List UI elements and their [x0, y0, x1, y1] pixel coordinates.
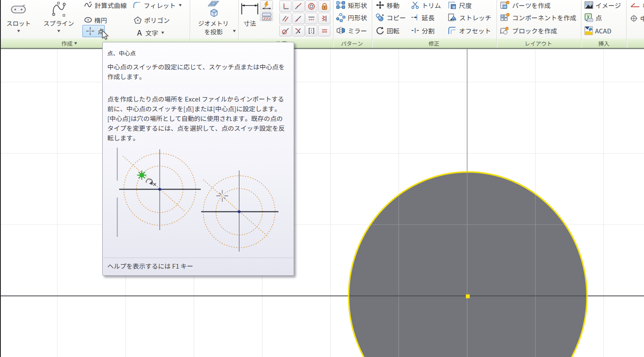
copy-icon — [375, 13, 385, 22]
tooltip-paragraph: 中心点のスイッチの設定に応じて、スケッチ点または中心点を作成します。 — [107, 62, 287, 81]
make-components-icon — [500, 13, 510, 22]
ribbon-button-make-part[interactable]: パーツを作成 — [500, 0, 551, 10]
dropdown-arrow-icon: ▼ — [179, 3, 182, 7]
sketch-drawing — [0, 49, 644, 357]
ribbon-button-mirror[interactable]: ミラー — [336, 26, 367, 35]
centerline-icon — [630, 14, 638, 22]
circular-pattern-icon — [336, 13, 346, 22]
tangent-constraint-button[interactable] — [279, 25, 292, 36]
ribbon-button-insert-points[interactable]: X点 — [584, 13, 602, 22]
concentric-constraint-button[interactable] — [305, 0, 317, 12]
construction-icon — [630, 2, 641, 8]
rectangular-pattern-icon — [336, 1, 346, 9]
auto-dimension-button[interactable] — [260, 0, 273, 10]
ribbon-button-split[interactable]: 分割 — [411, 26, 434, 35]
dimension-display-button[interactable] — [260, 11, 273, 21]
equal-constraint-button[interactable] — [318, 25, 330, 36]
collinear-constraint-button[interactable] — [305, 13, 317, 24]
center-point-marker-icon — [137, 170, 147, 180]
panel-separator — [497, 0, 497, 48]
window-edge — [0, 0, 1, 357]
make-part-icon — [500, 0, 510, 10]
panel-label-layout: レイアウト — [524, 39, 552, 47]
dimension-icon — [240, 0, 259, 19]
ribbon-button-text[interactable]: A文字▼ — [136, 28, 164, 37]
ribbon-button-project-geometry[interactable]: ジオメトリを投影 — [196, 0, 230, 38]
ellipse-icon — [84, 16, 92, 23]
point-icon — [85, 26, 95, 36]
ribbon-button-rectangular-pattern[interactable]: 矩形状 — [336, 0, 367, 10]
ribbon-button-ellipse[interactable]: 楕円 — [84, 15, 107, 25]
spline-icon — [51, 0, 66, 19]
ribbon-button-insert-acad[interactable]: ACAD — [584, 26, 611, 35]
fix-constraint-button[interactable] — [318, 0, 330, 12]
ribbon-button-rotate[interactable]: 回転 — [376, 26, 399, 35]
tooltip-separator — [103, 258, 294, 258]
ribbon-button-polygon[interactable]: ポリゴン — [134, 15, 170, 25]
ribbon-button-move[interactable]: 移動 — [376, 0, 399, 10]
ribbon-button-trim[interactable]: トリム — [411, 0, 441, 10]
panel-separator — [333, 0, 333, 48]
insert-image-icon — [584, 1, 593, 9]
ribbon-button-offset[interactable]: オフセット — [448, 26, 491, 35]
create-block-icon — [500, 26, 510, 36]
mouse-cursor-icon — [102, 30, 110, 42]
ribbon-bottom-border — [0, 48, 644, 49]
move-icon — [376, 1, 385, 9]
ribbon-button-stretch[interactable]: ストレッチ — [448, 13, 491, 22]
polygon-icon — [134, 16, 142, 24]
ribbon-button-spline[interactable]: スプライン▼ — [42, 0, 76, 38]
equation-curve-icon — [84, 1, 93, 9]
insert-points-icon: X — [584, 13, 593, 22]
symmetric-constraint-button[interactable] — [305, 25, 317, 36]
ribbon-button-make-components[interactable]: コンポーネントを作成 — [500, 13, 576, 22]
fillet-icon — [133, 1, 142, 9]
stretch-icon — [448, 13, 457, 22]
tangent-point-constraint-button[interactable] — [292, 13, 305, 24]
trim-icon — [411, 1, 420, 9]
ribbon-button-scale[interactable]: 尺度 — [448, 0, 472, 10]
offset-icon — [448, 26, 457, 35]
extend-icon — [411, 13, 420, 22]
ribbon-button-fillet[interactable]: フィレット▼ — [133, 0, 182, 10]
parallel-constraint-button[interactable] — [279, 13, 292, 24]
ribbon-button-construction[interactable]: 構築 — [630, 0, 644, 10]
ribbon-button-centerline[interactable]: 中心線 — [630, 14, 644, 23]
ribbon-button-circular-pattern[interactable]: 円形状 — [336, 13, 367, 22]
perpendicular-constraint-button[interactable] — [279, 0, 292, 12]
ribbon: 作成▼ 拘束▼ パターン 修正 レイアウト 挿入 スロット▼ スプライン▼ 計算… — [0, 0, 644, 49]
text-icon: A — [136, 29, 143, 37]
panel-label-create[interactable]: 作成▼ — [61, 39, 77, 47]
coincident-constraint-button[interactable] — [292, 0, 305, 12]
tooltip-help-hint: ヘルプを表示するには F1 キー — [107, 261, 193, 270]
rotate-icon — [376, 26, 385, 35]
tooltip-title: 点、中心点 — [107, 49, 136, 57]
tooltip-illustration — [103, 143, 295, 255]
svg-text:A: A — [137, 29, 142, 37]
ribbon-button-slot[interactable]: スロット▼ — [2, 0, 35, 38]
rotate-cursor-icon — [146, 179, 156, 186]
slot-icon — [11, 0, 27, 19]
panel-label-modify: 修正 — [428, 39, 439, 47]
mirror-icon — [336, 26, 346, 35]
panel-separator — [190, 0, 190, 48]
split-icon — [411, 26, 420, 35]
vertical-constraint-button[interactable] — [318, 13, 330, 24]
dropdown-arrow-icon: ▼ — [17, 29, 20, 33]
panel-separator — [581, 0, 581, 48]
dropdown-arrow-icon: ▼ — [74, 41, 77, 45]
smooth-constraint-button[interactable] — [292, 25, 305, 36]
ribbon-button-insert-image[interactable]: イメージ — [584, 0, 621, 10]
panel-label-pattern: パターン — [341, 39, 363, 47]
ribbon-button-copy[interactable]: コピー — [375, 13, 406, 22]
dropdown-arrow-icon: ▼ — [57, 29, 60, 33]
project-geometry-icon — [205, 0, 221, 19]
ribbon-button-create-block[interactable]: ブロックを作成 — [500, 26, 557, 35]
panel-label-insert: 挿入 — [598, 39, 609, 47]
sketch-canvas[interactable] — [0, 49, 644, 357]
dropdown-arrow-icon: ▼ — [161, 30, 164, 35]
ribbon-button-extend[interactable]: 延長 — [411, 13, 434, 22]
tooltip-paragraph: 点を作成したり点の場所を Excel ファイルからインポートする前に、中心点のス… — [107, 94, 287, 143]
ribbon-button-equation-curve[interactable]: 計算式曲線 — [84, 0, 127, 10]
tooltip-point-centerpoint: 点、中心点 中心点のスイッチの設定に応じて、スケッチ点または中心点を作成します。… — [102, 42, 294, 276]
